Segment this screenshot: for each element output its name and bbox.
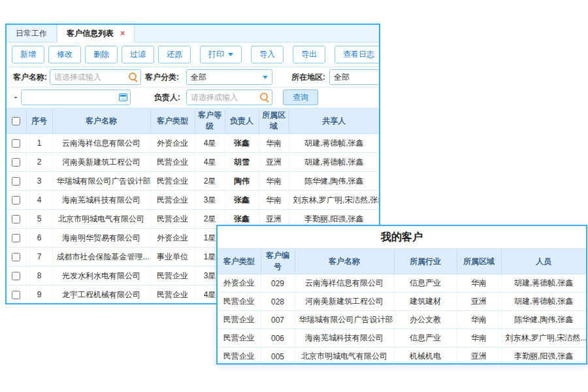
row-index: 8 [26, 267, 52, 286]
customer-code-link[interactable]: 007 [261, 311, 295, 329]
toolbar: 新增 修改 删除 过滤 还原 打印 导入 导出 查看日志 [7, 42, 379, 67]
col-header-owner: 负责人 [225, 108, 259, 134]
customer-type: 民营企业 [218, 293, 261, 311]
export-button[interactable]: 导出 [293, 46, 325, 63]
customer-code-link[interactable]: 005 [261, 348, 295, 365]
row-checkbox[interactable] [12, 177, 20, 186]
my-customer-row[interactable]: 外资企业029云南海祥信息有限公司信息产业华南胡建,蒋德帧,张鑫 [218, 274, 586, 293]
row-checkbox[interactable] [12, 291, 20, 299]
customer-type: 事业单位 [150, 248, 195, 267]
region: 华南 [457, 311, 501, 329]
row-checkbox-cell [7, 248, 26, 267]
customer-name-link[interactable]: 云南海祥信息有限公司 [295, 274, 394, 293]
customer-table-header: 序号 客户名称 客户类型 客户等级 负责人 所属区域 共享人 [7, 108, 379, 134]
industry: 机械机电 [394, 348, 457, 365]
chevron-down-icon [263, 76, 268, 79]
customer-name-link[interactable]: 北京市明城电气有限公司 [295, 348, 394, 365]
customer-type: 民营企业 [150, 286, 195, 304]
row-index: 3 [26, 172, 52, 191]
region: 华南 [259, 172, 289, 191]
tab-label: 客户信息列表 [67, 29, 114, 38]
customer-name-link[interactable]: 河南美新建筑工程公司 [52, 153, 150, 172]
customer-level: 4星 [195, 134, 225, 153]
customer-name-link[interactable]: 龙宇工程机械有限公司 [52, 286, 150, 304]
owner-link[interactable]: 陶伟 [225, 172, 259, 191]
industry: 信息产业 [394, 274, 457, 293]
tab-daily-work[interactable]: 日常工作 [7, 25, 57, 42]
customer-name-link[interactable]: 海南芜城科技有限公司 [295, 329, 394, 348]
date-input[interactable] [21, 90, 131, 105]
customer-name-link[interactable]: 华瑞城有限公司广告设计部 [295, 311, 394, 329]
row-checkbox[interactable] [12, 234, 20, 242]
customer-name-link[interactable]: 云南海祥信息有限公司 [52, 134, 150, 153]
row-index: 9 [26, 286, 52, 304]
row-checkbox-cell [7, 286, 26, 304]
customer-code-link[interactable]: 006 [261, 329, 295, 348]
row-checkbox[interactable] [12, 196, 20, 204]
customer-code-link[interactable]: 028 [261, 293, 295, 311]
shared-people: 胡建,蒋德帧,张鑫 [289, 153, 379, 172]
row-index: 5 [26, 210, 52, 229]
row-checkbox[interactable] [12, 215, 20, 223]
customer-name-link[interactable]: 光发水利水电有限公司 [52, 267, 150, 286]
delete-button[interactable]: 删除 [85, 46, 118, 63]
customer-row[interactable]: 3华瑞城有限公司广告设计部民营企业2星陶伟华南陈华健,陶伟,张鑫 [7, 172, 379, 191]
my-customer-row[interactable]: 民营企业007华瑞城有限公司广告设计部办公文教华南陈华健,陶伟,张鑫 [218, 311, 586, 329]
row-checkbox-cell [7, 153, 26, 172]
search-icon[interactable] [125, 69, 141, 85]
customer-name-link[interactable]: 海南芜城科技有限公司 [52, 191, 150, 210]
owner-link[interactable]: 张鑫 [225, 134, 259, 153]
tab-close-icon[interactable]: × [120, 29, 125, 38]
region: 亚洲 [259, 153, 289, 172]
search-icon[interactable] [257, 90, 272, 105]
customer-name-link[interactable]: 华瑞城有限公司广告设计部 [52, 172, 150, 191]
my-customers-table: 客户类型 客户编号 客户名称 所属行业 所属区域 人员 外资企业029云南海祥信… [218, 248, 586, 365]
category-select[interactable]: 全部 [186, 69, 272, 85]
customer-name-link[interactable]: 成都市社会保险基金管理... [52, 248, 150, 267]
row-checkbox[interactable] [12, 272, 20, 280]
tab-customer-list[interactable]: 客户信息列表 × [57, 25, 135, 42]
region: 华南 [457, 274, 501, 293]
customer-row[interactable]: 2河南美新建筑工程公司民营企业4星胡雪亚洲胡建,蒋德帧,张鑫 [7, 153, 379, 172]
filter-row-1: 客户名称: 客户分类: 全部 所在地区: 全部 [7, 67, 379, 88]
customer-level: 2星 [195, 172, 225, 191]
row-index: 7 [26, 248, 52, 267]
customer-type: 外资企业 [218, 274, 261, 293]
query-button[interactable]: 查询 [283, 90, 318, 105]
customer-name-label: 客户名称: [13, 67, 47, 87]
select-all-checkbox[interactable] [12, 117, 20, 125]
category-label: 客户分类: [145, 67, 179, 87]
district-select[interactable]: 全部 [329, 69, 380, 85]
owner-link[interactable]: 张鑫 [225, 191, 259, 210]
restore-button[interactable]: 还原 [158, 46, 191, 63]
shared-people: 胡建,蒋德帧,张鑫 [289, 134, 379, 153]
customer-name-link[interactable]: 河南美新建筑工程公司 [295, 293, 394, 311]
customer-row[interactable]: 4海南芜城科技有限公司民营企业3星张鑫华南刘东林,罗广明,宋洁然,张鑫 [7, 191, 379, 210]
customer-name-link[interactable]: 北京市明城电气有限公司 [52, 210, 150, 229]
row-checkbox[interactable] [12, 139, 20, 148]
owner-label: 负责人: [154, 88, 180, 107]
shared-people: 陈华健,陶伟,张鑫 [289, 172, 379, 191]
view-log-button[interactable]: 查看日志 [335, 46, 380, 63]
customer-name-link[interactable]: 海南明华贸易有限公司 [52, 229, 150, 248]
my-customer-row[interactable]: 民营企业005北京市明城电气有限公司机械机电亚洲李勤丽,阳强,张鑫 [218, 348, 586, 365]
row-checkbox[interactable] [12, 158, 20, 167]
import-button[interactable]: 导入 [251, 46, 284, 63]
edit-button[interactable]: 修改 [48, 46, 81, 63]
print-button[interactable]: 打印 [200, 46, 242, 63]
owner-link[interactable]: 胡雪 [225, 153, 259, 172]
people: 胡建,蒋德帧,张鑫 [501, 274, 586, 293]
filter-button[interactable]: 过滤 [122, 46, 154, 63]
chevron-down-icon [228, 53, 233, 56]
my-customer-row[interactable]: 民营企业006海南芜城科技有限公司信息产业华南刘东林,罗广明,宋洁然... [218, 329, 586, 348]
my-customer-row[interactable]: 民营企业028河南美新建筑工程公司建筑建材亚洲胡建,蒋德帧,张鑫 [218, 293, 586, 311]
calendar-icon[interactable] [115, 90, 131, 105]
customer-row[interactable]: 1云南海祥信息有限公司外资企业4星张鑫华南胡建,蒋德帧,张鑫 [7, 134, 379, 153]
region: 华南 [457, 329, 501, 348]
row-index: 2 [26, 153, 52, 172]
customer-code-link[interactable]: 029 [261, 274, 295, 293]
col-header-region: 所属区域 [457, 249, 501, 274]
row-checkbox[interactable] [12, 253, 20, 261]
new-button[interactable]: 新增 [12, 46, 44, 63]
customer-type: 民营企业 [150, 172, 195, 191]
